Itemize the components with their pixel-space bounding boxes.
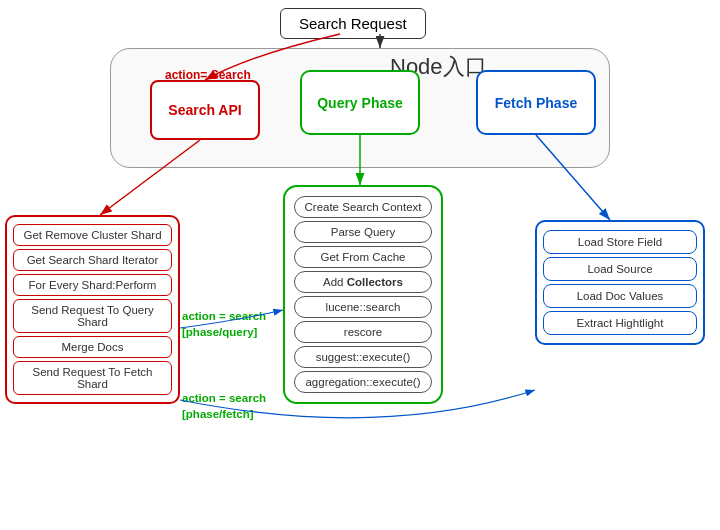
query-phase-box: Query Phase (300, 70, 420, 135)
action-phase-fetch-label: action = search[phase/fetch] (182, 390, 266, 422)
list-item: Parse Query (294, 221, 432, 243)
fetch-phase-box: Fetch Phase (476, 70, 596, 135)
diagram-container: Search Request Node入口 action= Search Sea… (0, 0, 720, 530)
search-request-label: Search Request (299, 15, 407, 32)
list-item: Get Search Shard Iterator (13, 249, 172, 271)
list-item: Send Request To Query Shard (13, 299, 172, 333)
list-item: Merge Docs (13, 336, 172, 358)
center-group: Create Search Context Parse Query Get Fr… (283, 185, 443, 404)
search-request-box: Search Request (280, 8, 426, 39)
list-item: Load Store Field (543, 230, 697, 254)
action-phase-query-label: action = search[phase/query] (182, 308, 266, 340)
list-item: Load Source (543, 257, 697, 281)
list-item: Extract Hightlight (543, 311, 697, 335)
list-item: Get From Cache (294, 246, 432, 268)
list-item: rescore (294, 321, 432, 343)
list-item: Add Collectors (294, 271, 432, 293)
list-item: Load Doc Values (543, 284, 697, 308)
search-api-label: Search API (168, 102, 241, 118)
list-item: Create Search Context (294, 196, 432, 218)
list-item: lucene::search (294, 296, 432, 318)
list-item: aggregation::execute() (294, 371, 432, 393)
right-group: Load Store Field Load Source Load Doc Va… (535, 220, 705, 345)
list-item: Send Request To Fetch Shard (13, 361, 172, 395)
left-group: Get Remove Cluster Shard Get Search Shar… (5, 215, 180, 404)
list-item: suggest::execute() (294, 346, 432, 368)
search-api-box: Search API (150, 80, 260, 140)
fetch-phase-label: Fetch Phase (495, 95, 577, 111)
list-item: For Every Shard:Perform (13, 274, 172, 296)
list-item: Get Remove Cluster Shard (13, 224, 172, 246)
query-phase-label: Query Phase (317, 95, 403, 111)
